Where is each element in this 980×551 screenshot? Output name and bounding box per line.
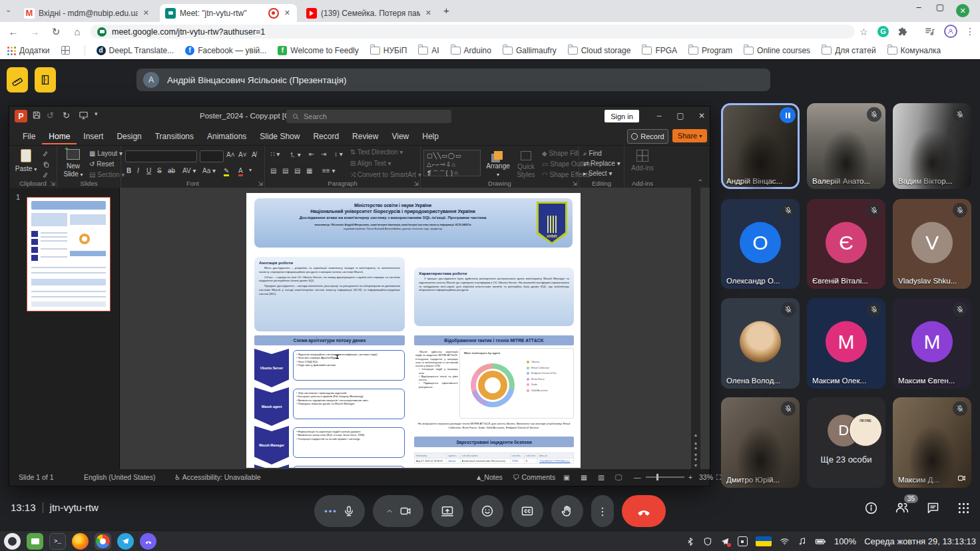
tab-close-icon[interactable]: ✕ <box>283 9 292 17</box>
participant-tile[interactable]: Олена Волод... <box>721 298 800 389</box>
replace-button[interactable]: ⇄ Replace ▾ <box>583 160 620 167</box>
previous-slide-icon[interactable]: ▲▲ <box>691 441 700 450</box>
browser-menu-icon[interactable]: ⋮ <box>965 26 975 37</box>
reading-view-button[interactable]: ▥ <box>598 473 605 481</box>
present-button[interactable] <box>431 495 463 527</box>
forward-button[interactable]: → <box>27 26 43 37</box>
ppt-restore-button[interactable]: ▢ <box>672 111 688 120</box>
section-button[interactable]: ▤ Section ▾ <box>89 171 124 178</box>
select-button[interactable]: ▸ Select ▾ <box>583 170 612 177</box>
launcher-icon[interactable] <box>4 533 21 550</box>
grow-font-button[interactable]: A˄ <box>226 151 235 158</box>
menu-file[interactable]: File <box>16 128 42 144</box>
bookmark-folder-nubip[interactable]: НУБіП <box>370 46 407 55</box>
menu-view[interactable]: View <box>385 128 415 144</box>
wifi-icon[interactable] <box>780 536 790 546</box>
slide-sorter-button[interactable]: ▦ <box>581 473 587 481</box>
format-painter-icon[interactable] <box>43 172 50 179</box>
align-center-button[interactable]: ▤ <box>282 167 288 174</box>
annotation-tool-button[interactable] <box>7 67 28 92</box>
slideshow-monitor-icon[interactable] <box>79 110 89 120</box>
cut-icon[interactable] <box>43 150 50 158</box>
tab-meet-active[interactable]: Meet: "jtn-vytu-rtw" ✕ <box>160 4 297 22</box>
window-minimize-button[interactable]: – <box>911 2 927 12</box>
reactions-button[interactable] <box>471 495 503 527</box>
file-manager-icon[interactable] <box>27 533 43 550</box>
undo-icon[interactable]: ↺ <box>47 110 54 120</box>
reload-button[interactable]: ↻ <box>48 26 64 38</box>
extensions-puzzle-icon[interactable] <box>897 26 909 37</box>
telegram-icon[interactable] <box>117 533 134 550</box>
tab-gmail[interactable]: M Вхідні - mdm@nubip.edu.ua ✕ <box>19 4 156 22</box>
bookmark-folder-arduino[interactable]: Arduino <box>451 46 491 55</box>
leave-call-button[interactable] <box>622 495 666 527</box>
highlight-color-button[interactable]: ✎ <box>224 167 229 176</box>
dialog-launcher-icon[interactable]: ⇲ <box>50 180 55 187</box>
bookmark-star-icon[interactable]: ☆ <box>859 27 868 37</box>
participant-tile[interactable]: M Максим Євген... <box>893 298 971 389</box>
bookmark-folder-gallimaufry[interactable]: Gallimaufry <box>503 46 557 55</box>
strikethrough-button[interactable]: S <box>157 167 162 174</box>
bookmark-folder-komunalka[interactable]: Комуналка <box>887 46 941 55</box>
bookmark-deepl[interactable]: dDeepL Translate... <box>97 46 174 55</box>
microphone-button[interactable]: ••• <box>314 495 365 527</box>
quick-styles-button[interactable]: Quick Styles <box>513 151 539 180</box>
dialog-launcher-icon[interactable]: ⇲ <box>258 180 263 187</box>
viber-icon[interactable] <box>140 533 156 550</box>
columns-button[interactable]: ≡≡ ▾ <box>322 167 335 174</box>
clear-formatting-button[interactable]: A̸ <box>252 151 256 158</box>
arrange-button[interactable]: Arrange ▾ <box>485 151 511 179</box>
share-button[interactable]: Share▾ <box>672 129 707 142</box>
next-slide-icon[interactable]: ▼▼ <box>691 453 700 462</box>
redo-icon[interactable]: ↻ <box>63 110 70 120</box>
window-close-button[interactable]: ✕ <box>956 4 969 17</box>
meeting-details-icon[interactable] <box>864 501 878 515</box>
menu-home[interactable]: Home <box>42 128 77 144</box>
record-button[interactable]: Record <box>627 129 668 144</box>
menu-help[interactable]: Help <box>415 128 445 144</box>
normal-view-button[interactable]: ▣ <box>563 473 570 481</box>
bookmark-folder-fpga[interactable]: FPGA <box>642 46 677 55</box>
bold-button[interactable]: B <box>126 167 131 174</box>
address-bar[interactable]: meet.google.com/jtn-vytu-rtw?authuser=1 <box>91 25 855 39</box>
zoom-level[interactable]: 33% <box>699 473 713 481</box>
sign-in-button[interactable]: Sign in <box>605 110 639 122</box>
paste-button[interactable]: Paste ▾ <box>15 149 37 173</box>
bookmark-feedly[interactable]: fWelcome to Feedly <box>278 46 359 55</box>
participant-tile[interactable]: Максим Д... <box>893 397 971 488</box>
bookmark-folder-program[interactable]: Program <box>688 46 732 55</box>
grammarly-extension-icon[interactable]: G <box>877 26 889 37</box>
smartart-button[interactable]: ⤨ Convert to SmartArt ▾ <box>350 171 421 179</box>
participant-tile[interactable]: М Максим Олек... <box>807 298 885 389</box>
shapes-gallery[interactable]: ▢╲╲▭◯▭△⌐⌐⇨⇩⌂❡⌒⌒{ }☆ <box>423 150 481 176</box>
firefox-icon[interactable] <box>72 533 89 550</box>
participant-tile[interactable]: V Vladyslav Shku... <box>893 199 971 289</box>
home-button[interactable]: ⌂ <box>69 26 85 37</box>
canvas-scrollbar[interactable]: ▲ ▲▲ ▼▼ ▼ <box>691 188 700 469</box>
save-icon[interactable] <box>32 110 41 120</box>
font-name-select[interactable] <box>125 150 197 162</box>
chat-icon[interactable] <box>926 501 940 515</box>
underline-button[interactable]: U <box>146 167 151 174</box>
bookmark-reading-grid[interactable] <box>61 46 73 55</box>
participant-tile[interactable]: Вадим Віктор... <box>893 103 971 189</box>
new-tab-button[interactable]: + <box>443 5 449 16</box>
font-size-select[interactable] <box>200 150 224 162</box>
raise-hand-button[interactable] <box>551 495 583 527</box>
slide-thumbnail[interactable] <box>27 197 111 311</box>
text-direction-button[interactable]: ⇅ Text Direction ▾ <box>350 148 403 156</box>
new-slide-button[interactable]: + New Slide ▾ <box>60 149 87 179</box>
font-color-caret[interactable]: ▾ <box>249 167 252 173</box>
shield-icon[interactable] <box>703 537 712 546</box>
collapse-ribbon-icon[interactable]: ⌃ <box>698 178 703 186</box>
qat-dropdown-icon[interactable]: ▾ <box>95 110 98 117</box>
chevron-up-icon[interactable] <box>385 506 394 516</box>
bullets-button[interactable]: ∷ ▾ <box>270 150 280 158</box>
bookmark-folder-for-articles[interactable]: Для статей <box>822 46 875 55</box>
bookmark-folder-cloud-storage[interactable]: Cloud storage <box>568 46 631 55</box>
leave-door-button[interactable] <box>35 67 56 92</box>
participant-tile[interactable]: Дмитро Юрій... <box>721 397 800 488</box>
decrease-indent-button[interactable]: ⇤ <box>309 150 314 158</box>
captions-button[interactable] <box>511 495 543 527</box>
menu-transitions[interactable]: Transitions <box>148 128 200 144</box>
